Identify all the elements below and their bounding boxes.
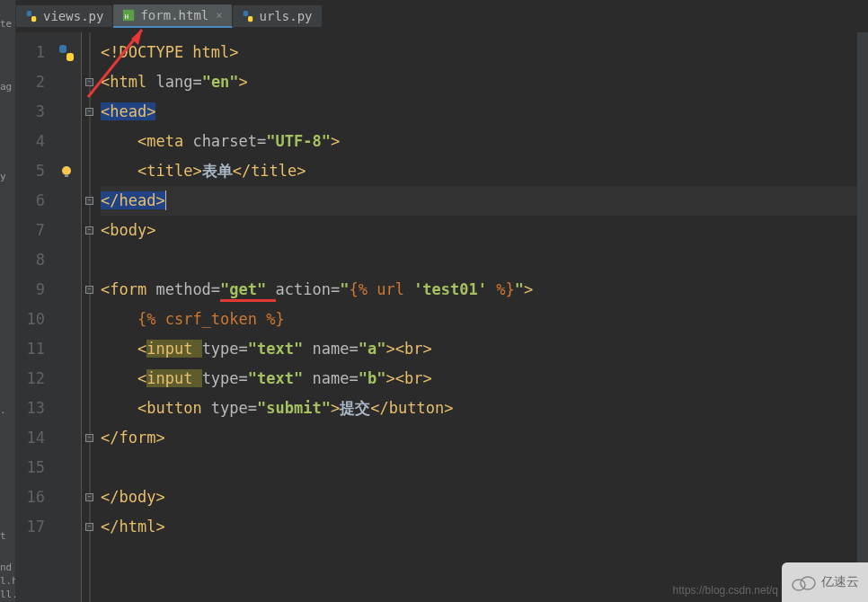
fold-toggle[interactable] bbox=[85, 523, 93, 531]
watermark-corner: 亿速云 bbox=[782, 562, 868, 602]
line-number: 7 bbox=[16, 216, 45, 245]
code-line: </body> bbox=[101, 482, 868, 512]
close-icon[interactable]: × bbox=[216, 9, 222, 22]
sidebar-text: t bbox=[0, 530, 6, 542]
code-line: <body> bbox=[101, 216, 868, 245]
sidebar-text: y bbox=[0, 171, 6, 182]
code-line: </form> bbox=[101, 423, 868, 453]
fold-toggle[interactable] bbox=[85, 197, 93, 205]
fold-toggle[interactable] bbox=[85, 493, 93, 501]
project-sidebar[interactable]: te ag y . t nd l.h ll. bbox=[0, 0, 16, 602]
fold-gutter bbox=[81, 32, 97, 602]
tab-views[interactable]: views.py bbox=[16, 5, 113, 27]
lightbulb-icon[interactable] bbox=[60, 165, 73, 178]
svg-rect-6 bbox=[59, 45, 66, 53]
vertical-scrollbar[interactable] bbox=[857, 32, 868, 602]
tab-form[interactable]: H form.html × bbox=[113, 4, 232, 28]
code-editor[interactable]: 1 2 3 4 5 6 7 8 9 10 11 12 13 14 15 16 1… bbox=[16, 32, 868, 602]
sidebar-text: te bbox=[0, 18, 12, 30]
svg-rect-7 bbox=[66, 53, 74, 61]
fold-toggle[interactable] bbox=[85, 108, 93, 116]
line-number: 14 bbox=[16, 423, 45, 453]
svg-rect-4 bbox=[243, 11, 247, 16]
fold-toggle[interactable] bbox=[85, 434, 93, 442]
html-icon: H bbox=[122, 9, 135, 22]
line-number: 15 bbox=[16, 453, 45, 482]
line-number: 3 bbox=[16, 97, 45, 127]
watermark-url: https://blog.csdn.net/q bbox=[673, 584, 778, 597]
editor-tabs: views.py H form.html × urls.py bbox=[16, 4, 323, 29]
code-line: <input type="text" name="a"><br> bbox=[101, 334, 868, 364]
svg-rect-5 bbox=[248, 16, 252, 22]
line-number: 8 bbox=[16, 245, 45, 275]
code-line bbox=[101, 245, 868, 275]
python-icon bbox=[25, 10, 38, 22]
svg-point-8 bbox=[62, 166, 71, 175]
line-number-gutter: 1 2 3 4 5 6 7 8 9 10 11 12 13 14 15 16 1… bbox=[16, 32, 52, 602]
fold-toggle[interactable] bbox=[85, 78, 93, 86]
fold-toggle[interactable] bbox=[85, 226, 93, 235]
code-line: <meta charset="UTF-8"> bbox=[101, 127, 868, 156]
tab-label: views.py bbox=[43, 9, 103, 23]
code-line: {% csrf_token %} bbox=[101, 305, 868, 334]
watermark-text: 亿速云 bbox=[821, 574, 859, 590]
code-line: <input type="text" name="b"><br> bbox=[101, 364, 868, 394]
line-number: 17 bbox=[16, 512, 45, 542]
line-number: 12 bbox=[16, 364, 45, 394]
sidebar-text: . bbox=[0, 404, 6, 416]
tab-urls[interactable]: urls.py bbox=[233, 5, 323, 27]
code-line: <form method="get" action="{% url 'test0… bbox=[101, 275, 868, 305]
line-number: 13 bbox=[16, 394, 45, 423]
text-caret bbox=[165, 190, 166, 210]
line-number: 10 bbox=[16, 305, 45, 334]
svg-point-13 bbox=[801, 577, 815, 589]
sidebar-text: l.h bbox=[0, 575, 16, 587]
svg-rect-9 bbox=[65, 174, 68, 177]
line-number: 9 bbox=[16, 275, 45, 305]
line-number: 4 bbox=[16, 127, 45, 156]
svg-text:H: H bbox=[125, 13, 128, 21]
line-number: 11 bbox=[16, 334, 45, 364]
cloud-icon bbox=[791, 573, 816, 591]
tab-label: form.html bbox=[140, 8, 208, 22]
code-line: </html> bbox=[101, 512, 868, 542]
code-line: <html lang="en"> bbox=[101, 67, 868, 97]
line-number: 16 bbox=[16, 482, 45, 512]
code-line: <title>表单</title> bbox=[101, 156, 868, 186]
sidebar-text: ll. bbox=[0, 589, 16, 600]
line-number: 6 bbox=[16, 186, 45, 216]
svg-rect-1 bbox=[31, 16, 36, 22]
sidebar-text: nd bbox=[0, 562, 12, 573]
code-line bbox=[101, 453, 868, 482]
code-content[interactable]: <!DOCTYPE html> <html lang="en"> <head> … bbox=[97, 32, 868, 602]
tab-label: urls.py bbox=[260, 9, 313, 23]
code-line: <head> bbox=[101, 97, 868, 127]
code-line: <button type="submit">提交</button> bbox=[101, 394, 868, 423]
line-number: 5 bbox=[16, 156, 45, 186]
python-icon bbox=[242, 10, 254, 22]
icon-gutter bbox=[52, 32, 81, 602]
line-number: 1 bbox=[16, 38, 45, 67]
code-line: <!DOCTYPE html> bbox=[101, 38, 868, 67]
code-line: </head> bbox=[101, 186, 868, 216]
fold-toggle[interactable] bbox=[85, 286, 93, 294]
svg-rect-0 bbox=[27, 11, 31, 16]
sidebar-text: ag bbox=[0, 81, 12, 93]
python-file-icon bbox=[58, 44, 75, 62]
line-number: 2 bbox=[16, 67, 45, 97]
